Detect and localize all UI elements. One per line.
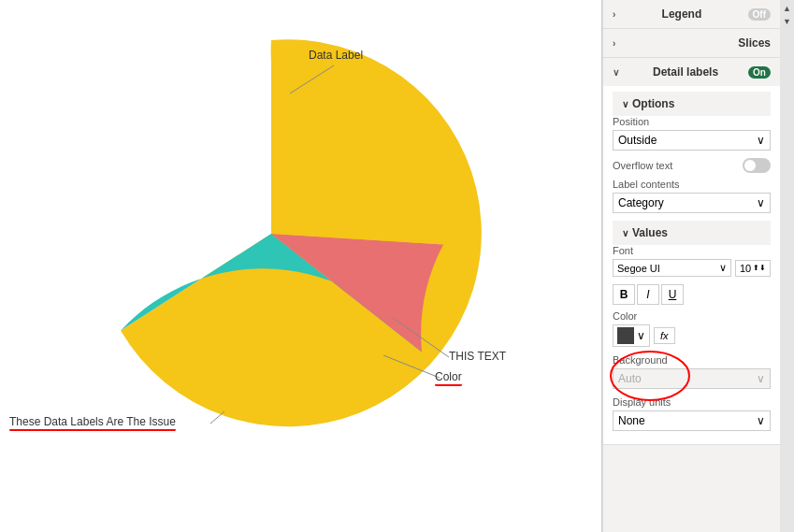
legend-label: Legend (662, 7, 702, 21)
values-label: Values (632, 226, 668, 239)
chart-area: Data Label THIS TEXT Color These Data La… (0, 0, 602, 532)
legend-header[interactable]: › Legend Off (603, 0, 780, 28)
font-row: Segoe UI ∨ 10 ⬆⬇ (613, 259, 771, 277)
overflow-text-toggle[interactable] (743, 158, 771, 173)
overflow-text-label: Overflow text (613, 160, 672, 171)
display-units-field: Display units None ∨ (613, 396, 771, 431)
right-panel: › Legend Off › Slices ∨ Detail labels On (602, 0, 780, 532)
values-chevron: ∨ (622, 228, 628, 238)
italic-button[interactable]: I (637, 284, 659, 305)
fx-button[interactable]: fx (654, 327, 675, 344)
font-family-select[interactable]: Segoe UI ∨ (613, 259, 731, 277)
overflow-text-row: Overflow text (613, 158, 771, 173)
font-size-arrows: ⬆⬇ (753, 264, 766, 272)
background-label: Background (613, 354, 771, 366)
legend-section: › Legend Off (603, 0, 780, 29)
scroll-bar[interactable]: ▲ ▼ (780, 0, 794, 532)
color-swatch-box[interactable]: ∨ (613, 324, 650, 347)
bottom-squiggle (9, 428, 176, 431)
bold-button[interactable]: B (613, 284, 635, 305)
this-text-annotation: THIS TEXT (449, 350, 506, 363)
options-label: Options (632, 97, 674, 110)
display-units-select[interactable]: None ∨ (613, 410, 771, 431)
color-label: Color (613, 310, 771, 322)
background-chevron-icon: ∨ (757, 372, 765, 385)
color-row: ∨ fx (613, 324, 771, 347)
detail-labels-toggle[interactable]: On (748, 66, 771, 79)
slices-header[interactable]: › Slices (603, 29, 780, 57)
color-dropdown-icon: ∨ (637, 329, 645, 342)
color-swatch (617, 327, 634, 344)
options-chevron: ∨ (622, 99, 628, 109)
font-label: Font (613, 245, 771, 256)
slices-section: › Slices (603, 29, 780, 58)
position-select[interactable]: Outside ∨ (613, 130, 771, 151)
pie-chart (56, 19, 486, 449)
label-contents-field: Label contents Category ∨ (613, 179, 771, 213)
legend-chevron: › (613, 9, 615, 20)
label-contents-select[interactable]: Category ∨ (613, 193, 771, 213)
values-header[interactable]: ∨ Values (613, 221, 771, 245)
detail-labels-section: ∨ Detail labels On ∨ Options Position Ou… (603, 58, 780, 445)
detail-labels-header[interactable]: ∨ Detail labels On (603, 58, 780, 86)
position-field: Position Outside ∨ (613, 116, 771, 151)
detail-labels-body: ∨ Options Position Outside ∨ Overflow te… (603, 86, 780, 444)
legend-toggle[interactable]: Off (748, 8, 771, 21)
bottom-annotation: These Data Labels Are The Issue (9, 415, 176, 428)
label-contents-chevron-icon: ∨ (757, 196, 765, 209)
slices-label: Slices (738, 36, 771, 50)
position-chevron-icon: ∨ (757, 134, 765, 147)
pie-container (56, 19, 486, 449)
label-contents-label: Label contents (613, 179, 771, 190)
options-header[interactable]: ∨ Options (613, 92, 771, 116)
detail-labels-label: Detail labels (653, 65, 718, 79)
scroll-up-arrow[interactable]: ▲ (781, 2, 793, 15)
underline-button[interactable]: U (661, 284, 684, 305)
font-chevron-icon: ∨ (719, 262, 727, 274)
color-squiggle (435, 383, 462, 386)
slices-chevron: › (613, 38, 615, 49)
display-units-chevron-icon: ∨ (757, 414, 765, 427)
font-field: Font Segoe UI ∨ 10 ⬆⬇ (613, 245, 771, 277)
color-field: Color ∨ fx (613, 310, 771, 347)
background-field: Background Auto ∨ (613, 354, 771, 389)
position-label: Position (613, 116, 771, 127)
style-buttons: B I U (613, 284, 771, 305)
detail-labels-chevron: ∨ (613, 67, 619, 78)
color-annotation: Color (435, 370, 462, 383)
scroll-down-arrow[interactable]: ▼ (781, 15, 793, 28)
right-panel-wrapper: › Legend Off › Slices ∨ Detail labels On (602, 0, 794, 532)
font-size-box[interactable]: 10 ⬆⬇ (735, 260, 771, 277)
display-units-label: Display units (613, 396, 771, 408)
data-label-annotation: Data Label (309, 49, 363, 62)
background-select[interactable]: Auto ∨ (613, 368, 771, 389)
